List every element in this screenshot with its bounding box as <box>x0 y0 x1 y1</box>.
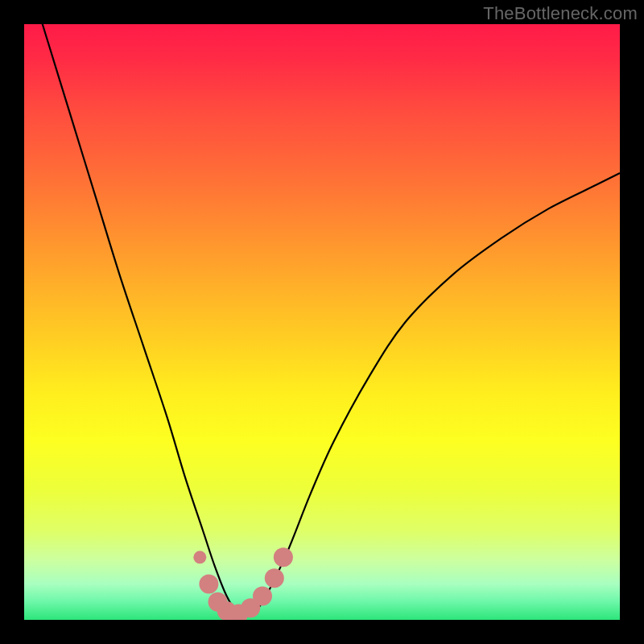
marker-dot <box>193 551 206 564</box>
gradient-background <box>24 24 620 620</box>
marker-dot <box>274 547 293 567</box>
watermark-text: TheBottleneck.com <box>483 3 638 24</box>
chart-svg <box>24 24 620 620</box>
marker-dot <box>199 575 218 594</box>
marker-dot <box>265 568 284 588</box>
plot-area <box>24 24 620 620</box>
chart-frame: TheBottleneck.com <box>0 0 644 644</box>
marker-dot <box>253 586 272 605</box>
